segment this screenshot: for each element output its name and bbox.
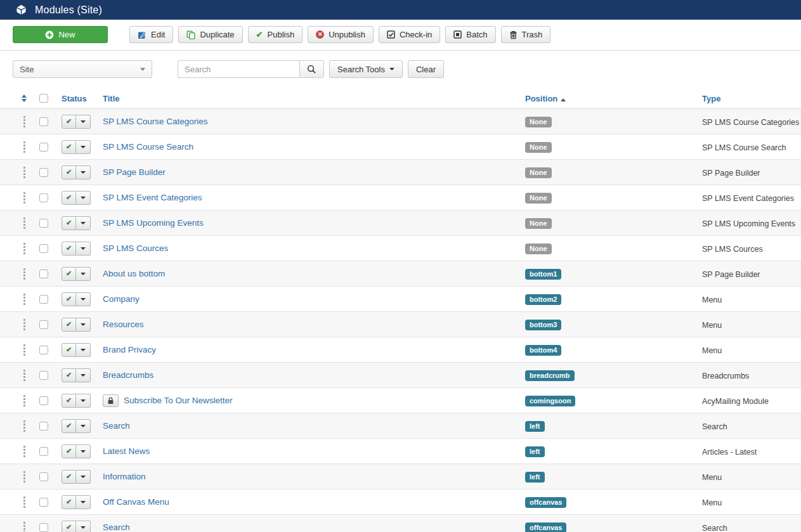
status-published-button[interactable]: ✔ <box>62 242 76 256</box>
edit-button[interactable]: Edit <box>129 26 173 43</box>
module-title-link[interactable]: SP LMS Cources <box>103 243 168 253</box>
drag-handle[interactable] <box>23 268 25 280</box>
status-dropdown-button[interactable] <box>76 470 91 484</box>
module-title-link[interactable]: SP LMS Event Categories <box>103 193 202 202</box>
row-checkbox[interactable] <box>39 422 48 431</box>
row-checkbox[interactable] <box>39 219 48 228</box>
row-checkbox[interactable] <box>39 346 48 354</box>
module-title-link[interactable]: SP Page Builder <box>103 167 166 177</box>
drag-handle[interactable] <box>23 192 25 204</box>
module-title-link[interactable]: Brand Privacy <box>103 345 156 354</box>
row-checkbox[interactable] <box>39 523 48 532</box>
column-header-type[interactable]: Type <box>702 94 720 103</box>
module-title-link[interactable]: Breadcrumbs <box>103 370 153 380</box>
status-published-button[interactable]: ✔ <box>62 495 76 509</box>
trash-button[interactable]: Trash <box>501 26 551 43</box>
status-dropdown-button[interactable] <box>76 343 91 357</box>
lock-button[interactable] <box>103 394 119 407</box>
drag-handle[interactable] <box>23 344 25 356</box>
module-title-link[interactable]: Company <box>103 294 140 304</box>
module-title-link[interactable]: Subscribe To Our Newsletter <box>124 396 233 405</box>
column-header-status[interactable]: Status <box>62 94 87 103</box>
status-published-button[interactable]: ✔ <box>62 216 76 230</box>
checkin-button[interactable]: Check-in <box>379 26 440 43</box>
clear-button[interactable]: Clear <box>408 60 444 78</box>
status-published-button[interactable]: ✔ <box>62 368 76 382</box>
duplicate-button[interactable]: Duplicate <box>178 26 242 43</box>
status-dropdown-button[interactable] <box>76 242 91 256</box>
row-checkbox[interactable] <box>39 498 48 507</box>
drag-handle[interactable] <box>23 446 25 457</box>
status-dropdown-button[interactable] <box>76 394 91 408</box>
status-published-button[interactable]: ✔ <box>62 115 76 129</box>
row-checkbox[interactable] <box>39 168 48 177</box>
module-title-link[interactable]: Information <box>103 472 146 481</box>
row-checkbox[interactable] <box>39 117 48 126</box>
module-title-link[interactable]: Resources <box>103 320 144 329</box>
row-checkbox[interactable] <box>39 447 48 456</box>
status-dropdown-button[interactable] <box>76 521 91 532</box>
status-dropdown-button[interactable] <box>76 216 91 230</box>
row-checkbox[interactable] <box>39 244 48 253</box>
drag-handle[interactable] <box>23 522 25 532</box>
status-dropdown-button[interactable] <box>76 292 91 306</box>
row-checkbox[interactable] <box>39 193 48 202</box>
status-dropdown-button[interactable] <box>76 419 91 433</box>
status-published-button[interactable]: ✔ <box>62 165 76 179</box>
drag-handle[interactable] <box>23 370 25 381</box>
row-checkbox[interactable] <box>39 371 48 380</box>
client-filter-select[interactable]: Site <box>13 60 152 78</box>
row-checkbox[interactable] <box>39 143 48 152</box>
row-checkbox[interactable] <box>39 396 48 405</box>
status-dropdown-button[interactable] <box>76 140 91 154</box>
batch-button[interactable]: Batch <box>445 26 495 43</box>
status-published-button[interactable]: ✔ <box>62 318 76 332</box>
status-published-button[interactable]: ✔ <box>62 267 76 281</box>
status-published-button[interactable]: ✔ <box>62 444 76 458</box>
status-published-button[interactable]: ✔ <box>62 419 76 433</box>
status-dropdown-button[interactable] <box>76 495 91 509</box>
drag-handle[interactable] <box>23 243 25 254</box>
row-checkbox[interactable] <box>39 320 48 329</box>
status-published-button[interactable]: ✔ <box>62 343 76 357</box>
drag-handle[interactable] <box>23 217 25 229</box>
drag-handle[interactable] <box>23 167 25 178</box>
module-title-link[interactable]: SP LMS Course Search <box>103 142 193 152</box>
ordering-sort-header[interactable] <box>13 94 36 102</box>
module-title-link[interactable]: Off Canvas Menu <box>103 497 169 507</box>
drag-handle[interactable] <box>23 319 25 330</box>
unpublish-button[interactable]: ✕ Unpublish <box>308 26 374 43</box>
status-dropdown-button[interactable] <box>76 191 91 205</box>
select-all-checkbox[interactable] <box>39 94 48 103</box>
status-published-button[interactable]: ✔ <box>62 140 76 154</box>
module-title-link[interactable]: Search <box>103 522 130 532</box>
module-title-link[interactable]: SP LMS Course Categories <box>103 117 208 126</box>
status-published-button[interactable]: ✔ <box>62 191 76 205</box>
drag-handle[interactable] <box>23 496 25 508</box>
status-dropdown-button[interactable] <box>76 267 91 281</box>
status-dropdown-button[interactable] <box>76 165 91 179</box>
drag-handle[interactable] <box>23 471 25 483</box>
status-published-button[interactable]: ✔ <box>62 521 76 532</box>
status-published-button[interactable]: ✔ <box>62 470 76 484</box>
drag-handle[interactable] <box>23 116 25 127</box>
search-input[interactable] <box>178 60 299 78</box>
row-checkbox[interactable] <box>39 269 48 278</box>
new-button[interactable]: New <box>13 26 108 43</box>
drag-handle[interactable] <box>23 395 25 406</box>
drag-handle[interactable] <box>23 420 25 432</box>
column-header-title[interactable]: Title <box>103 94 120 103</box>
publish-button[interactable]: ✔ Publish <box>248 26 303 43</box>
status-dropdown-button[interactable] <box>76 368 91 382</box>
module-title-link[interactable]: About us bottom <box>103 269 165 278</box>
drag-handle[interactable] <box>23 294 25 305</box>
module-title-link[interactable]: Latest News <box>103 446 150 456</box>
module-title-link[interactable]: SP LMS Upcoming Events <box>103 218 204 228</box>
search-submit-button[interactable] <box>299 60 324 78</box>
status-dropdown-button[interactable] <box>76 115 91 129</box>
row-checkbox[interactable] <box>39 295 48 304</box>
status-dropdown-button[interactable] <box>76 444 91 458</box>
status-published-button[interactable]: ✔ <box>62 292 76 306</box>
status-dropdown-button[interactable] <box>76 318 91 332</box>
column-header-position[interactable]: Position <box>525 94 566 103</box>
